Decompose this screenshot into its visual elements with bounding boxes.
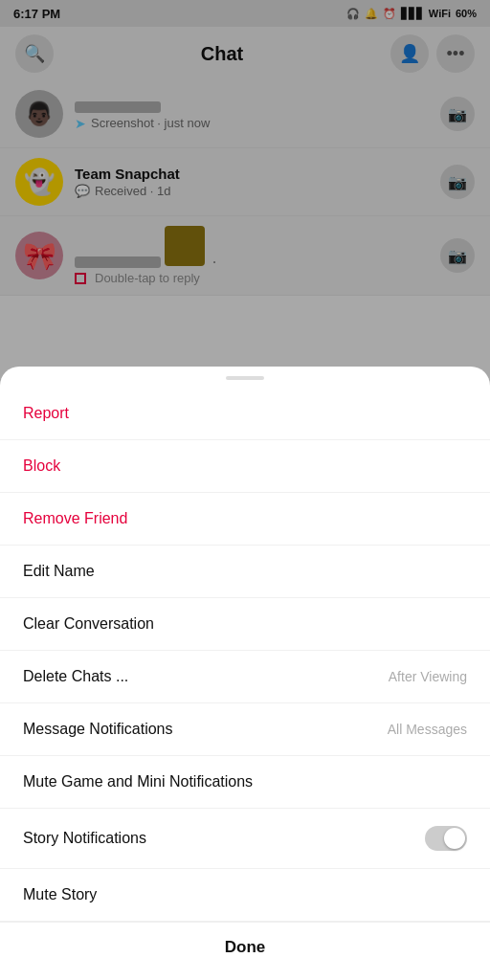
bottom-sheet: Report Block Remove Friend Edit Name Cle… [0, 367, 490, 980]
mute-game-label: Mute Game and Mini Notifications [23, 773, 253, 791]
block-menu-item[interactable]: Block [0, 440, 490, 493]
done-label: Done [225, 938, 266, 956]
clear-conversation-menu-item[interactable]: Clear Conversation [0, 598, 490, 651]
story-notifications-label: Story Notifications [23, 830, 146, 847]
story-notifications-toggle[interactable] [425, 826, 467, 851]
done-button[interactable]: Done [0, 922, 490, 972]
report-label: Report [23, 405, 69, 422]
edit-name-label: Edit Name [23, 563, 95, 580]
delete-chats-value: After Viewing [389, 669, 467, 684]
story-notifications-menu-item[interactable]: Story Notifications [0, 809, 490, 869]
mute-story-label: Mute Story [23, 886, 97, 903]
block-label: Block [23, 457, 60, 475]
sheet-handle [226, 376, 264, 380]
message-notifications-menu-item[interactable]: Message Notifications All Messages [0, 703, 490, 756]
mute-game-menu-item[interactable]: Mute Game and Mini Notifications [0, 756, 490, 809]
delete-chats-menu-item[interactable]: Delete Chats ... After Viewing [0, 651, 490, 703]
message-notifications-value: All Messages [388, 722, 467, 737]
clear-conversation-label: Clear Conversation [23, 615, 154, 633]
edit-name-menu-item[interactable]: Edit Name [0, 546, 490, 598]
message-notifications-label: Message Notifications [23, 721, 173, 738]
delete-chats-label: Delete Chats ... [23, 668, 128, 685]
remove-friend-menu-item[interactable]: Remove Friend [0, 493, 490, 546]
mute-story-menu-item[interactable]: Mute Story [0, 869, 490, 922]
report-menu-item[interactable]: Report [0, 388, 490, 440]
remove-friend-label: Remove Friend [23, 510, 127, 527]
